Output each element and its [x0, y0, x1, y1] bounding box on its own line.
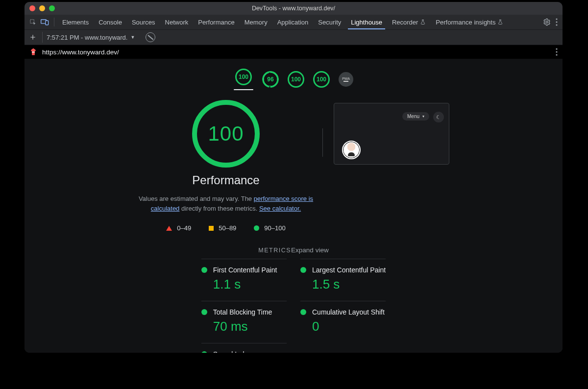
new-report-button[interactable] [27, 32, 38, 43]
svg-point-5 [556, 21, 557, 23]
flask-icon [497, 19, 503, 25]
status-dot-icon [300, 309, 306, 315]
tab-label: Sources [132, 19, 155, 26]
score-legend: 0–49 50–89 90–100 [138, 224, 314, 232]
expand-view-button[interactable]: Expand view [291, 246, 329, 254]
report-main: 100 Performance Values are estimated and… [24, 97, 563, 232]
maximize-window-button[interactable] [49, 5, 55, 11]
metric-name: Speed Index [213, 350, 252, 353]
see-calculator-link[interactable]: See calculator. [259, 205, 301, 212]
tab-label: Application [277, 19, 309, 26]
tab-application[interactable]: Application [272, 15, 314, 29]
minimize-window-button[interactable] [39, 5, 45, 11]
gauge-pwa[interactable]: PWA [339, 72, 353, 87]
metric-value: 1.5 s [312, 277, 386, 292]
site-screenshot-preview: Menu ▾ ☾ [334, 103, 449, 165]
report-select-label: 7:57:21 PM - www.tonyward. [47, 34, 127, 41]
window-title: DevTools - www.tonyward.dev/ [24, 5, 563, 12]
kebab-menu-icon[interactable] [556, 18, 558, 26]
tab-lighthouse[interactable]: Lighthouse [346, 15, 387, 29]
gauge-score: 100 [239, 73, 248, 80]
tab-performance-insights[interactable]: Performance insights [431, 15, 508, 29]
tab-elements[interactable]: Elements [57, 15, 94, 29]
status-dot-icon [201, 267, 207, 273]
gauge-seo[interactable]: 100 [313, 71, 330, 88]
tab-label: Performance [198, 19, 234, 26]
tab-security[interactable]: Security [313, 15, 346, 29]
preview-menu-pill: Menu ▾ [402, 112, 429, 121]
devtools-tabs: Elements Console Sources Network Perform… [24, 15, 563, 30]
tabs-separator [54, 18, 54, 26]
desc-text: directly from these metrics. [179, 205, 259, 212]
legend-range: 90–100 [264, 224, 285, 232]
tab-memory[interactable]: Memory [240, 15, 272, 29]
metrics-section-label: METRICS [258, 247, 291, 254]
legend-range: 0–49 [177, 224, 191, 232]
metric-si: Speed Index 1.2 s [201, 343, 287, 353]
status-dot-icon [300, 267, 306, 273]
inspect-element-icon[interactable] [27, 17, 38, 27]
legend-fail: 0–49 [166, 224, 191, 232]
svg-point-10 [556, 51, 557, 52]
gauge-accessibility[interactable]: 96 [262, 71, 279, 88]
gauge-performance[interactable]: 100 [234, 69, 253, 90]
report-menu-icon[interactable] [556, 48, 558, 56]
performance-summary: 100 Performance Values are estimated and… [138, 100, 314, 232]
chevron-down-icon: ▼ [130, 35, 135, 40]
metric-cls: Cumulative Layout Shift 0 [300, 301, 386, 343]
pwa-label: PWA [342, 77, 350, 80]
settings-icon[interactable] [543, 18, 551, 26]
window-controls [29, 5, 55, 11]
tab-sources[interactable]: Sources [127, 15, 160, 29]
legend-average: 50–89 [209, 224, 236, 232]
svg-point-9 [556, 48, 557, 49]
gauge-score: 100 [291, 76, 301, 83]
performance-description: Values are estimated and may vary. The p… [138, 194, 314, 214]
metric-value: 1.1 s [213, 277, 287, 292]
tab-label: Network [165, 19, 189, 26]
gauge-score: 96 [267, 76, 273, 83]
tab-network[interactable]: Network [160, 15, 194, 29]
svg-point-4 [556, 18, 557, 20]
tab-recorder[interactable]: Recorder [387, 15, 431, 29]
metric-name: First Contentful Paint [213, 266, 277, 274]
clear-all-button[interactable] [146, 32, 155, 42]
svg-point-6 [556, 24, 557, 25]
flask-icon [420, 19, 426, 25]
triangle-icon [166, 226, 172, 231]
tab-label: Recorder [392, 19, 418, 26]
tab-label: Performance insights [436, 19, 495, 26]
tab-label: Lighthouse [351, 19, 382, 26]
category-gauges-row: 100 96 100 100 PWA [24, 59, 563, 97]
moon-icon: ☾ [436, 114, 441, 121]
divider-line [322, 128, 323, 157]
circle-icon [254, 225, 259, 231]
window-titlebar: DevTools - www.tonyward.dev/ [24, 2, 563, 15]
tab-label: Console [98, 19, 122, 26]
gauge-score: 100 [317, 76, 326, 83]
close-window-button[interactable] [29, 5, 35, 11]
status-dot-icon [201, 309, 207, 315]
lighthouse-report: 100 96 100 100 PWA [24, 59, 563, 353]
gauge-best-practices[interactable]: 100 [288, 71, 304, 88]
legend-range: 50–89 [219, 224, 236, 232]
legend-pass: 90–100 [254, 224, 285, 232]
device-toolbar-icon[interactable] [39, 17, 50, 27]
metric-fcp: First Contentful Paint 1.1 s [201, 259, 287, 301]
preview-theme-button: ☾ [433, 112, 444, 122]
metric-name: Cumulative Layout Shift [312, 308, 385, 316]
report-select-dropdown[interactable]: 7:57:21 PM - www.tonyward. ▼ [42, 32, 139, 43]
tab-label: Elements [62, 19, 89, 26]
tab-label: Security [318, 19, 341, 26]
devtools-window: DevTools - www.tonyward.dev/ Elements Co… [24, 2, 563, 353]
metric-name: Largest Contentful Paint [312, 266, 386, 274]
report-url-bar: https://www.tonyward.dev/ [24, 45, 563, 59]
preview-menu-label: Menu [407, 114, 419, 119]
big-score-value: 100 [208, 122, 244, 146]
lighthouse-toolbar: 7:57:21 PM - www.tonyward. ▼ [24, 30, 563, 45]
tab-console[interactable]: Console [94, 15, 127, 29]
lighthouse-logo-icon [29, 47, 37, 57]
metric-lcp: Largest Contentful Paint 1.5 s [300, 259, 386, 301]
tab-performance[interactable]: Performance [193, 15, 239, 29]
pwa-bar-icon [343, 81, 348, 82]
